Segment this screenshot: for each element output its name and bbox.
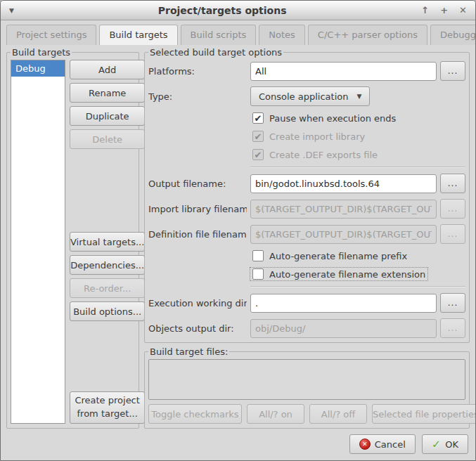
checkbox-checked-icon: ✔ bbox=[252, 149, 264, 160]
all-on-button: All/? on bbox=[247, 404, 304, 424]
dependencies-button[interactable]: Dependencies... bbox=[70, 255, 145, 275]
build-target-files-list[interactable] bbox=[148, 359, 465, 400]
maximize-icon[interactable]: + bbox=[440, 6, 448, 15]
execution-working-dir-label: Execution working dir: bbox=[148, 298, 247, 309]
auto-generate-prefix-label: Auto-generate filename prefix bbox=[269, 251, 407, 261]
delete-button: Delete bbox=[70, 129, 145, 149]
import-library-filename-input bbox=[250, 200, 437, 219]
separator bbox=[250, 286, 465, 287]
cancel-button-label: Cancel bbox=[375, 439, 406, 450]
platforms-label: Platforms: bbox=[148, 66, 247, 77]
create-def-exports-file-checkbox: ✔ Create .DEF exports file bbox=[250, 148, 380, 161]
pause-when-execution-ends-checkbox[interactable]: ✔ Pause when execution ends bbox=[250, 112, 398, 124]
window-title: Project/targets options bbox=[23, 5, 421, 16]
type-label: Type: bbox=[148, 91, 247, 102]
auto-generate-filename-extension-checkbox[interactable]: Auto-generate filename extension bbox=[250, 268, 427, 280]
build-target-files-actions: Toggle checkmarks All/? on All/? off Sel… bbox=[148, 404, 465, 424]
definition-file-filename-input bbox=[250, 225, 437, 244]
project-targets-options-dialog: ▼ Project/targets options ↑ + ✕ Project … bbox=[0, 0, 476, 461]
add-button[interactable]: Add bbox=[70, 60, 145, 79]
create-project-from-target-button[interactable]: Create project from target... bbox=[70, 391, 145, 424]
auto-generate-filename-prefix-checkbox[interactable]: Auto-generate filename prefix bbox=[250, 249, 409, 262]
checkbox-unchecked-icon bbox=[252, 250, 264, 261]
ok-button[interactable]: ✓ OK bbox=[422, 434, 468, 454]
create-def-exports-file-label: Create .DEF exports file bbox=[269, 150, 378, 160]
options-grid: Platforms: ... Type: Console application… bbox=[148, 60, 465, 338]
checkbox-checked-icon: ✔ bbox=[252, 131, 264, 142]
objects-output-dir-label: Objects output dir: bbox=[148, 323, 247, 334]
right-column: Selected build target options Platforms:… bbox=[144, 47, 470, 429]
selected-build-target-options-groupbox: Selected build target options Platforms:… bbox=[144, 47, 470, 343]
execution-working-dir-browse-button[interactable]: ... bbox=[440, 293, 465, 313]
checkbox-unchecked-icon bbox=[252, 268, 264, 280]
shade-icon[interactable]: ↑ bbox=[421, 6, 429, 15]
ok-button-label: OK bbox=[445, 439, 458, 450]
titlebar: ▼ Project/targets options ↑ + ✕ bbox=[1, 1, 475, 20]
definition-file-filename-label: Definition file filename: bbox=[148, 229, 247, 240]
output-filename-label: Output filename: bbox=[148, 178, 247, 189]
build-target-files-groupbox: Build target files: Toggle checkmarks Al… bbox=[144, 346, 470, 429]
tab-build-scripts[interactable]: Build scripts bbox=[181, 25, 257, 45]
auto-generate-extension-label: Auto-generate filename extension bbox=[269, 269, 425, 280]
chevron-down-icon: ▼ bbox=[356, 93, 361, 100]
duplicate-button[interactable]: Duplicate bbox=[70, 106, 145, 126]
list-item-debug[interactable]: Debug bbox=[11, 60, 65, 77]
platforms-browse-button[interactable]: ... bbox=[440, 61, 465, 81]
options-legend: Selected build target options bbox=[148, 47, 283, 58]
virtual-targets-button[interactable]: Virtual targets... bbox=[70, 232, 145, 252]
tab-cpp-parser-options[interactable]: C/C++ parser options bbox=[308, 25, 427, 45]
tab-build-targets[interactable]: Build targets bbox=[99, 25, 177, 45]
build-targets-actions: Add Rename Duplicate Delete Virtual targ… bbox=[70, 60, 145, 424]
build-options-button[interactable]: Build options... bbox=[70, 301, 145, 321]
build-targets-legend: Build targets bbox=[11, 47, 72, 58]
type-dropdown-value: Console application bbox=[259, 91, 348, 102]
build-target-files-legend: Build target files: bbox=[148, 346, 229, 357]
output-filename-input[interactable] bbox=[250, 174, 437, 193]
dialog-footer: ✕ Cancel ✓ OK bbox=[1, 431, 475, 460]
cancel-button[interactable]: ✕ Cancel bbox=[349, 434, 416, 454]
objects-output-dir-browse-button: ... bbox=[440, 318, 465, 338]
ok-check-icon: ✓ bbox=[432, 438, 441, 451]
spacer bbox=[70, 152, 145, 228]
execution-working-dir-input[interactable] bbox=[250, 294, 437, 313]
pause-checkbox-label: Pause when execution ends bbox=[269, 113, 396, 124]
definition-file-browse-button: ... bbox=[440, 224, 465, 244]
tab-project-settings[interactable]: Project settings bbox=[6, 25, 96, 45]
window-controls: ↑ + ✕ bbox=[421, 6, 467, 15]
toggle-checkmarks-button: Toggle checkmarks bbox=[148, 404, 242, 424]
selected-file-properties-button: Selected file properties bbox=[372, 404, 476, 424]
build-targets-page: Build targets Debug Add Rename Duplicate… bbox=[1, 45, 475, 431]
build-targets-list[interactable]: Debug bbox=[11, 60, 65, 424]
checkbox-checked-icon: ✔ bbox=[252, 112, 264, 124]
create-import-library-label: Create import library bbox=[269, 131, 365, 142]
platforms-input[interactable] bbox=[250, 62, 437, 81]
import-library-browse-button: ... bbox=[440, 199, 465, 219]
window-menu-icon[interactable]: ▼ bbox=[9, 7, 23, 14]
objects-output-dir-input bbox=[250, 319, 437, 338]
import-library-filename-label: Import library filename: bbox=[148, 204, 247, 214]
output-filename-browse-button[interactable]: ... bbox=[440, 174, 465, 193]
tab-debugger[interactable]: Debugger bbox=[430, 25, 476, 45]
reorder-button: Re-order... bbox=[70, 278, 145, 298]
create-import-library-checkbox: ✔ Create import library bbox=[250, 130, 367, 143]
build-targets-groupbox: Build targets Debug Add Rename Duplicate… bbox=[6, 47, 139, 429]
tab-notes[interactable]: Notes bbox=[259, 25, 305, 45]
close-icon[interactable]: ✕ bbox=[459, 6, 467, 15]
cancel-x-icon: ✕ bbox=[359, 439, 371, 450]
type-dropdown[interactable]: Console application ▼ bbox=[250, 86, 370, 106]
rename-button[interactable]: Rename bbox=[70, 83, 145, 103]
all-off-button: All/? off bbox=[309, 404, 367, 424]
tab-bar: Project settings Build targets Build scr… bbox=[1, 20, 475, 45]
separator bbox=[250, 167, 465, 168]
